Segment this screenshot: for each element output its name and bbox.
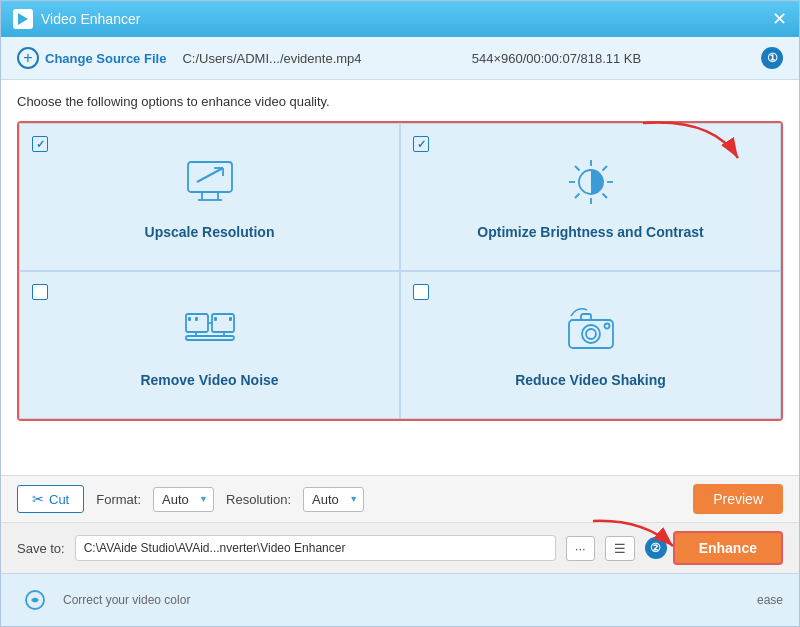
app-icon — [13, 9, 33, 29]
svg-line-14 — [575, 166, 580, 171]
file-meta: 544×960/00:00:07/818.11 KB — [472, 51, 745, 66]
preview-button[interactable]: Preview — [693, 484, 783, 514]
option-brightness[interactable]: Optimize Brightness and Contrast — [400, 123, 781, 271]
svg-rect-18 — [186, 314, 208, 332]
resolution-select-wrapper: Auto — [303, 487, 364, 512]
bottom-icon — [17, 582, 53, 618]
svg-rect-26 — [214, 317, 217, 321]
window-title: Video Enhancer — [41, 11, 140, 27]
file-path: C:/Users/ADMI.../evidente.mp4 — [182, 51, 455, 66]
save-bar: Save to: ··· ☰ ② Enhance — [1, 522, 799, 573]
svg-rect-24 — [188, 317, 191, 321]
svg-line-6 — [197, 168, 223, 182]
camera-icon — [563, 302, 619, 362]
title-bar-left: Video Enhancer — [13, 9, 140, 29]
upscale-label: Upscale Resolution — [145, 224, 275, 240]
bottom-peek: Correct your video color ease — [1, 573, 799, 626]
svg-rect-31 — [581, 314, 591, 320]
subtitle-text: Choose the following options to enhance … — [17, 94, 783, 109]
option-upscale[interactable]: Upscale Resolution — [19, 123, 400, 271]
svg-rect-27 — [229, 317, 232, 321]
option-noise[interactable]: Remove Video Noise — [19, 271, 400, 419]
noise-icon — [182, 302, 238, 362]
shaking-checkbox[interactable] — [413, 284, 429, 300]
main-content: Choose the following options to enhance … — [1, 80, 799, 475]
plus-circle-icon: + — [17, 47, 39, 69]
svg-point-29 — [582, 325, 600, 343]
resolution-select[interactable]: Auto — [303, 487, 364, 512]
brightness-icon — [563, 154, 619, 214]
enhance-button[interactable]: Enhance — [673, 531, 783, 565]
close-button[interactable]: ✕ — [772, 10, 787, 28]
resolution-label: Resolution: — [226, 492, 291, 507]
cut-button[interactable]: ✂ Cut — [17, 485, 84, 513]
svg-rect-21 — [186, 336, 234, 340]
noise-label: Remove Video Noise — [140, 372, 278, 388]
upscale-checkbox[interactable] — [32, 136, 48, 152]
video-enhancer-window: Video Enhancer ✕ + Change Source File C:… — [0, 0, 800, 627]
svg-rect-25 — [195, 317, 198, 321]
change-source-label: Change Source File — [45, 51, 166, 66]
svg-rect-19 — [212, 314, 234, 332]
bottom-right-text: ease — [757, 593, 783, 607]
title-bar: Video Enhancer ✕ — [1, 1, 799, 37]
save-to-label: Save to: — [17, 541, 65, 556]
svg-point-32 — [604, 324, 609, 329]
svg-line-15 — [602, 194, 607, 199]
svg-line-16 — [602, 166, 607, 171]
cut-label: Cut — [49, 492, 69, 507]
monitor-upscale-icon — [182, 154, 238, 214]
options-grid: Upscale Resolution — [17, 121, 783, 421]
svg-marker-0 — [18, 13, 28, 25]
brightness-label: Optimize Brightness and Contrast — [477, 224, 703, 240]
svg-point-30 — [586, 329, 596, 339]
format-label: Format: — [96, 492, 141, 507]
bottom-text: Correct your video color — [63, 593, 190, 607]
format-select-wrapper: Auto — [153, 487, 214, 512]
format-select[interactable]: Auto — [153, 487, 214, 512]
toolbar: ✂ Cut Format: Auto Resolution: Auto Prev… — [1, 475, 799, 522]
save-path-input[interactable] — [75, 535, 556, 561]
badge-1: ① — [761, 47, 783, 69]
shaking-label: Reduce Video Shaking — [515, 372, 666, 388]
noise-checkbox[interactable] — [32, 284, 48, 300]
brightness-checkbox[interactable] — [413, 136, 429, 152]
option-shaking[interactable]: Reduce Video Shaking — [400, 271, 781, 419]
svg-rect-2 — [188, 162, 232, 192]
source-bar: + Change Source File C:/Users/ADMI.../ev… — [1, 37, 799, 80]
svg-line-17 — [575, 194, 580, 199]
badge-2: ② — [645, 537, 667, 559]
scissors-icon: ✂ — [32, 491, 44, 507]
dots-button[interactable]: ··· — [566, 536, 595, 561]
folder-button[interactable]: ☰ — [605, 536, 635, 561]
change-source-button[interactable]: + Change Source File — [17, 47, 166, 69]
